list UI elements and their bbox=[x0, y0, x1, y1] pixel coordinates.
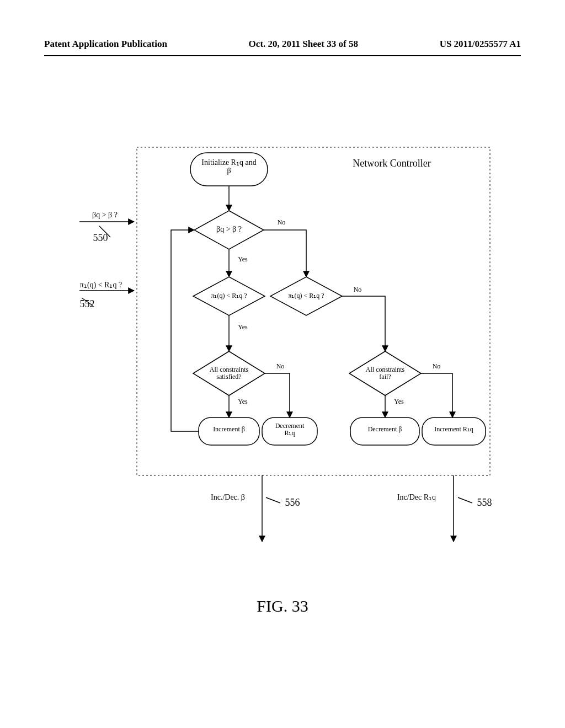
diagram: Network Controller Initialize R₁q andβ β… bbox=[44, 100, 521, 652]
svg-line-21 bbox=[266, 497, 280, 503]
svg-marker-9 bbox=[349, 351, 421, 395]
svg-line-19 bbox=[82, 298, 93, 306]
svg-rect-1 bbox=[190, 153, 268, 186]
svg-marker-6 bbox=[270, 277, 342, 315]
svg-marker-5 bbox=[193, 277, 265, 315]
header-divider bbox=[44, 55, 521, 56]
header-left: Patent Application Publication bbox=[44, 39, 167, 50]
page-header: Patent Application Publication Oct. 20, … bbox=[44, 39, 521, 50]
svg-rect-15 bbox=[422, 417, 486, 445]
svg-line-17 bbox=[99, 226, 110, 237]
header-center: Oct. 20, 2011 Sheet 33 of 58 bbox=[249, 39, 358, 50]
svg-rect-12 bbox=[199, 417, 259, 445]
svg-marker-3 bbox=[194, 211, 264, 249]
svg-marker-8 bbox=[193, 351, 265, 395]
svg-rect-13 bbox=[262, 417, 317, 445]
svg-rect-14 bbox=[350, 417, 419, 445]
figure-caption: FIG. 33 bbox=[44, 597, 521, 615]
svg-line-23 bbox=[458, 497, 472, 503]
header-right: US 2011/0255577 A1 bbox=[440, 39, 521, 50]
